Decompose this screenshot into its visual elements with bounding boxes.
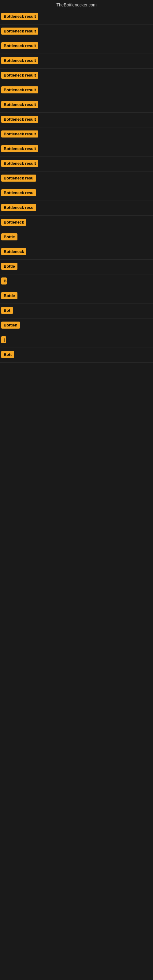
result-row-18: Bottle: [0, 260, 153, 274]
result-row-8: Bottleneck result: [0, 113, 153, 127]
bottleneck-badge-24[interactable]: Bott: [1, 351, 14, 358]
bottleneck-badge-16[interactable]: Bottle: [1, 233, 18, 240]
result-row-24: Bott: [0, 348, 153, 363]
result-row-3: Bottleneck result: [0, 39, 153, 54]
bottleneck-badge-3[interactable]: Bottleneck result: [1, 42, 38, 49]
bottleneck-badge-23[interactable]: |: [1, 336, 6, 343]
result-row-9: Bottleneck result: [0, 127, 153, 142]
result-row-7: Bottleneck result: [0, 98, 153, 113]
site-title: TheBottlenecker.com: [0, 0, 153, 10]
bottleneck-badge-12[interactable]: Bottleneck resu: [1, 175, 36, 181]
result-row-19: B: [0, 274, 153, 289]
bottleneck-badge-4[interactable]: Bottleneck result: [1, 57, 38, 64]
result-row-21: Bot: [0, 304, 153, 318]
bottleneck-badge-1[interactable]: Bottleneck result: [1, 13, 38, 20]
bottleneck-badge-5[interactable]: Bottleneck result: [1, 72, 38, 79]
bottleneck-badge-8[interactable]: Bottleneck result: [1, 116, 38, 123]
result-row-12: Bottleneck resu: [0, 172, 153, 186]
result-row-16: Bottle: [0, 230, 153, 245]
result-row-2: Bottleneck result: [0, 24, 153, 39]
result-row-1: Bottleneck result: [0, 10, 153, 24]
result-row-22: Bottlen: [0, 318, 153, 333]
result-row-23: |: [0, 333, 153, 348]
bottleneck-badge-9[interactable]: Bottleneck result: [1, 130, 38, 137]
bottleneck-badge-21[interactable]: Bot: [1, 307, 13, 314]
result-row-11: Bottleneck result: [0, 157, 153, 172]
result-row-15: Bottleneck: [0, 216, 153, 230]
bottleneck-badge-2[interactable]: Bottleneck result: [1, 27, 38, 35]
result-row-10: Bottleneck result: [0, 142, 153, 157]
result-row-14: Bottleneck resu: [0, 201, 153, 216]
bottleneck-badge-18[interactable]: Bottle: [1, 263, 18, 270]
bottleneck-badge-15[interactable]: Bottleneck: [1, 219, 26, 226]
result-row-17: Bottleneck: [0, 245, 153, 260]
result-row-13: Bottleneck resu: [0, 186, 153, 201]
result-row-5: Bottleneck result: [0, 68, 153, 83]
result-row-6: Bottleneck result: [0, 83, 153, 98]
bottleneck-badge-22[interactable]: Bottlen: [1, 321, 20, 329]
bottleneck-badge-11[interactable]: Bottleneck result: [1, 160, 38, 167]
bottleneck-badge-6[interactable]: Bottleneck result: [1, 86, 38, 94]
result-row-20: Bottle: [0, 289, 153, 304]
bottleneck-badge-7[interactable]: Bottleneck result: [1, 101, 38, 108]
result-row-4: Bottleneck result: [0, 54, 153, 68]
bottleneck-badge-13[interactable]: Bottleneck resu: [1, 189, 36, 196]
bottleneck-badge-14[interactable]: Bottleneck resu: [1, 204, 36, 211]
results-container: Bottleneck resultBottleneck resultBottle…: [0, 10, 153, 363]
bottleneck-badge-17[interactable]: Bottleneck: [1, 248, 26, 255]
bottleneck-badge-10[interactable]: Bottleneck result: [1, 145, 38, 152]
bottleneck-badge-20[interactable]: Bottle: [1, 292, 18, 299]
bottleneck-badge-19[interactable]: B: [1, 277, 7, 285]
